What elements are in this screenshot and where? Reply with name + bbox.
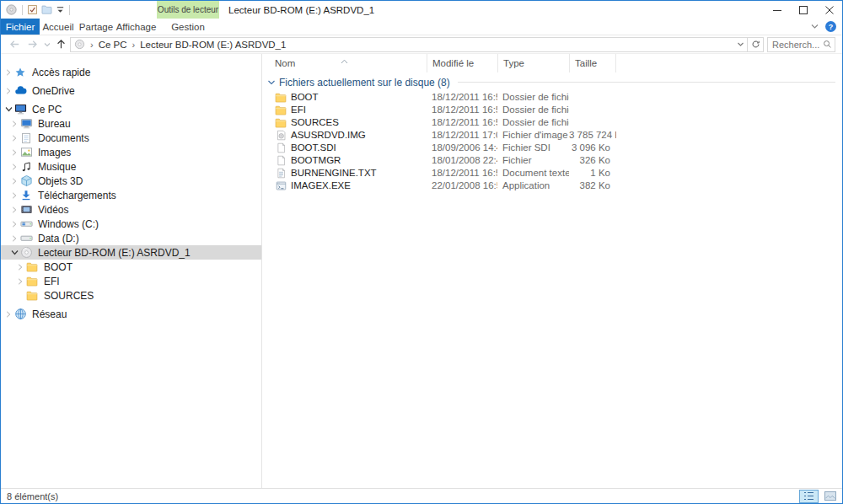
chevron-right-icon[interactable]	[4, 69, 13, 76]
folder-icon	[25, 260, 39, 274]
tab-gestion[interactable]: Gestion	[157, 19, 219, 35]
recent-locations-chevron-icon[interactable]	[41, 37, 52, 52]
refresh-button[interactable]	[748, 37, 764, 52]
sidebar-item-label: Data (D:)	[37, 233, 79, 244]
tab-affichage[interactable]: Affichage	[115, 19, 157, 35]
navigation-pane: Accès rapideOneDriveCe PCBureauDocuments…	[1, 54, 262, 488]
thumbnails-view-button[interactable]	[820, 490, 840, 503]
file-row-sources[interactable]: SOURCES18/12/2011 16:58Dossier de fichie…	[262, 116, 842, 129]
sidebar-item-boot[interactable]: BOOT	[1, 260, 261, 274]
sidebar-item-efi[interactable]: EFI	[1, 274, 261, 288]
sidebar-item-data-d[interactable]: Data (D:)	[1, 231, 261, 245]
sidebar-item-ce-pc[interactable]: Ce PC	[1, 102, 261, 116]
file-name-cell: BOOT	[262, 91, 427, 104]
sidebar-item-images[interactable]: Images	[1, 145, 261, 159]
new-folder-icon[interactable]	[41, 4, 52, 15]
address-dropdown-chevron-icon[interactable]	[737, 40, 744, 48]
file-group-label[interactable]: Fichiers actuellement sur le disque (8)	[279, 77, 450, 88]
file-row-bootmgr[interactable]: BOOTMGR18/01/2008 22:45Fichier326 Ko	[262, 154, 842, 167]
sidebar-item-windows-c[interactable]: Windows (C:)	[1, 217, 261, 231]
column-header-taille[interactable]: Taille	[569, 54, 616, 72]
chevron-right-icon[interactable]	[4, 88, 13, 94]
breadcrumb-chevron-icon[interactable]: ›	[129, 40, 139, 50]
file-size-cell: 3 096 Ko	[569, 142, 616, 154]
contextual-tab-group-drive-tools[interactable]: Outils de lecteur	[157, 1, 219, 19]
file-name-cell: EFI	[262, 104, 427, 116]
details-view-button[interactable]	[799, 490, 819, 503]
back-button[interactable]	[6, 37, 24, 52]
application-icon	[275, 180, 287, 192]
app-disc-icon	[5, 3, 18, 16]
chevron-right-icon[interactable]	[10, 221, 19, 228]
system-drive-icon	[19, 217, 33, 231]
sidebar-item-lecteur-bd-rom-e-asrdvd-1[interactable]: Lecteur BD-ROM (E:) ASRDVD_1	[1, 245, 261, 260]
file-name: BOOTMGR	[291, 154, 341, 167]
forward-button[interactable]	[24, 37, 41, 52]
chevron-down-icon[interactable]	[10, 249, 19, 256]
up-button[interactable]	[52, 37, 70, 52]
sidebar-item-objets-3d[interactable]: Objets 3D	[1, 174, 261, 188]
file-row-boot[interactable]: BOOT18/12/2011 16:58Dossier de fichiers	[262, 91, 842, 104]
group-collapse-chevron-icon[interactable]	[267, 78, 276, 87]
tab-fichier[interactable]: Fichier	[1, 19, 40, 35]
properties-icon[interactable]	[27, 4, 38, 15]
file-name: SOURCES	[291, 116, 339, 129]
tab-accueil[interactable]: Accueil	[40, 19, 77, 35]
explorer-window: Outils de lecteur Lecteur BD-ROM (E:) AS…	[0, 0, 843, 504]
chevron-right-icon[interactable]	[10, 235, 19, 242]
chevron-down-icon[interactable]	[4, 105, 13, 113]
help-button[interactable]: ?	[825, 21, 836, 32]
breadcrumb-ce-pc[interactable]: Ce PC	[97, 40, 129, 50]
column-header-type[interactable]: Type	[497, 54, 569, 72]
sidebar-item-label: OneDrive	[31, 85, 75, 97]
file-row-imagex-exe[interactable]: IMAGEX.EXE22/01/2008 16:51Application382…	[262, 180, 842, 192]
sidebar-item-musique[interactable]: Musique	[1, 159, 261, 174]
sidebar-item-acces-rapide[interactable]: Accès rapide	[1, 65, 261, 79]
chevron-right-icon[interactable]	[10, 206, 19, 213]
file-type-cell: Dossier de fichiers	[497, 104, 569, 116]
chevron-right-icon[interactable]	[4, 311, 13, 318]
search-input[interactable]	[768, 40, 823, 50]
breadcrumb-current-drive[interactable]: Lecteur BD-ROM (E:) ASRDVD_1	[138, 40, 287, 50]
sidebar-item-documents[interactable]: Documents	[1, 131, 261, 145]
minimize-button[interactable]	[764, 1, 790, 19]
file-size-cell: 3 785 724 Ko	[569, 129, 616, 142]
close-button[interactable]	[816, 1, 842, 19]
sidebar-item-sources[interactable]: SOURCES	[1, 288, 261, 303]
chevron-right-icon[interactable]	[10, 192, 19, 199]
chevron-right-icon[interactable]	[10, 135, 19, 142]
file-name-cell: IMAGEX.EXE	[262, 180, 427, 192]
address-bar[interactable]: › Ce PC › Lecteur BD-ROM (E:) ASRDVD_1	[70, 37, 748, 52]
file-type-cell: Application	[497, 180, 569, 192]
chevron-right-icon[interactable]	[10, 149, 19, 156]
disc-icon	[74, 39, 85, 50]
chevron-right-icon[interactable]	[10, 178, 19, 185]
breadcrumb-chevron-icon[interactable]: ›	[87, 40, 97, 50]
chevron-right-icon[interactable]	[16, 278, 24, 285]
file-row-efi[interactable]: EFI18/12/2011 16:58Dossier de fichiers	[262, 104, 842, 116]
ribbon-expand-chevron-icon[interactable]	[810, 22, 819, 31]
chevron-right-icon[interactable]	[10, 164, 19, 170]
sidebar-item-label: Documents	[37, 132, 89, 144]
sidebar-item-label: Images	[37, 147, 71, 158]
maximize-button[interactable]	[790, 1, 816, 19]
file-rows: BOOT18/12/2011 16:58Dossier de fichiersE…	[262, 91, 842, 192]
sidebar-item-label: Windows (C:)	[37, 218, 99, 230]
disc-image-file-icon	[275, 130, 287, 142]
file-row-burnengine-txt[interactable]: BURNENGINE.TXT18/12/2011 16:58Document t…	[262, 167, 842, 180]
file-modified-cell: 18/12/2011 17:03	[427, 129, 497, 142]
chevron-right-icon[interactable]	[16, 264, 24, 271]
chevron-right-icon[interactable]	[10, 121, 19, 127]
address-bar-row: › Ce PC › Lecteur BD-ROM (E:) ASRDVD_1	[1, 35, 842, 54]
file-row-boot-sdi[interactable]: BOOT.SDI18/09/2006 14:45Fichier SDI3 096…	[262, 142, 842, 154]
customize-qat-button[interactable]	[56, 5, 65, 14]
sidebar-item-bureau[interactable]: Bureau	[1, 116, 261, 131]
file-name: BOOT	[291, 91, 319, 104]
tab-partage[interactable]: Partage	[77, 19, 115, 35]
column-header-modifie-le[interactable]: Modifié le	[427, 54, 497, 72]
sidebar-item-onedrive[interactable]: OneDrive	[1, 83, 261, 98]
sidebar-item-videos[interactable]: Vidéos	[1, 202, 261, 217]
file-row-asusrdvd-img[interactable]: ASUSRDVD.IMG18/12/2011 17:03Fichier d'im…	[262, 129, 842, 142]
sidebar-item-reseau[interactable]: Réseau	[1, 307, 261, 321]
sidebar-item-telechargements[interactable]: Téléchargements	[1, 188, 261, 202]
